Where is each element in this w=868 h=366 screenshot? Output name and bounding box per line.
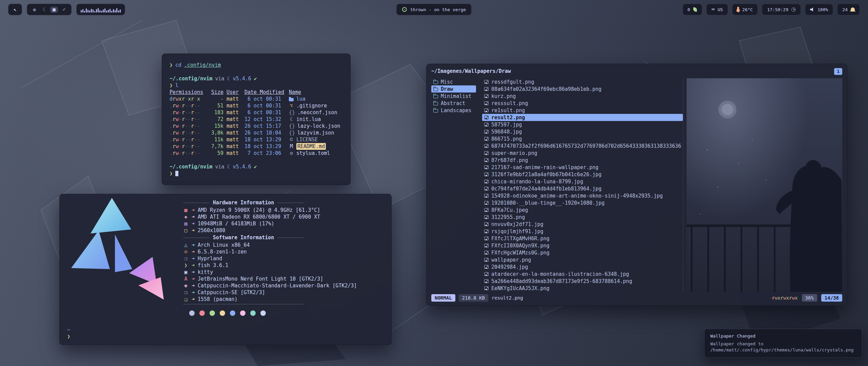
sidebar-folder[interactable]: Misc	[431, 78, 476, 85]
topbar-left-group: ↖ ◉ ☾ ▣ ✐	[8, 4, 125, 15]
file-name: init.lua	[296, 116, 321, 123]
software-icon: ❯	[183, 262, 189, 268]
prompt-icon: ❯	[170, 170, 173, 177]
file-row[interactable]: 20492984.jpg	[482, 263, 683, 270]
volume-module[interactable]: 100%	[805, 4, 833, 15]
graph-bar	[93, 9, 94, 13]
fetch-info-value: 1558 (pacman)	[198, 296, 237, 302]
prompt-icon: ❯	[67, 333, 70, 340]
file-size: 51	[208, 102, 223, 109]
workspace-button[interactable]: ▣	[50, 6, 58, 13]
clock-module[interactable]: 17:50:29	[762, 4, 801, 15]
workspace-button[interactable]: ☾	[40, 6, 48, 13]
image-file-icon	[484, 237, 489, 240]
arrow-icon: ➜	[192, 256, 195, 262]
file-row[interactable]: 866715.png	[482, 135, 683, 142]
palette-dot	[210, 310, 215, 316]
file-row[interactable]: re1sult.png	[482, 107, 683, 114]
file-size: 72	[208, 116, 223, 123]
file-name: 08a634fa02a32364f69ebc86a98eb1eb.png	[491, 86, 601, 92]
file-row[interactable]: 587597.jpg	[482, 121, 683, 128]
file-row[interactable]: 217167-sad-anime-rain-wallpaper.png	[482, 164, 683, 171]
file-row[interactable]: 596848.jpg	[482, 128, 683, 135]
fetch-info-value: AMD ATI Radeon RX 6800/6800 XT / 6900 XT	[198, 214, 320, 220]
ls-header-user: User	[226, 89, 241, 96]
file-row[interactable]: EeNKYgIUcAAJ5JX.png	[482, 285, 683, 292]
file-row[interactable]: FXfcJlTXgAMvH6R.png	[482, 235, 683, 242]
file-type-icon: ⚙	[289, 150, 294, 157]
file-row[interactable]: result2.png	[482, 114, 683, 121]
file-date: 26 oct 15:17	[244, 123, 286, 129]
image-file-icon	[484, 208, 489, 212]
file-row[interactable]: resssult.png	[482, 100, 683, 107]
keyboard-icon: ⌨	[711, 7, 714, 12]
volume-level: 100%	[817, 7, 828, 12]
temperature-module[interactable]: 26°C	[732, 4, 758, 15]
topbar-right-group: 0 ⌨ US 26°C 17:50:29 100% 24	[683, 4, 860, 15]
file-row[interactable]: nnvuv0xj2df71.jpg	[482, 221, 683, 228]
file-row[interactable]: kurz.png	[482, 93, 683, 100]
music-player-module[interactable]: thrown - on the verge	[396, 4, 472, 15]
file-row[interactable]: 3122955.png	[482, 214, 683, 221]
graph-bar	[82, 9, 83, 13]
file-name: README.md	[296, 143, 326, 150]
file-row[interactable]: 5a266e448add93deab367d87173e9f25-6837886…	[482, 278, 683, 285]
fetch-info-value: JetBrainsMono Nerd Font Light 10 [GTK2/3…	[198, 276, 323, 282]
file-row[interactable]: 0c794faf07de24a4db4d4fb1eb813964.jpg	[482, 185, 683, 192]
image-file-icon	[484, 172, 489, 176]
file-row[interactable]: 154928-odinokoe_anime-art-anime-okno-sin…	[482, 192, 683, 199]
file-row[interactable]: 19201080-__blue-tinge__-1920×1080.jpg	[482, 199, 683, 206]
software-icon: ✇	[183, 249, 189, 255]
sidebar-folder[interactable]: Abstract	[431, 100, 476, 107]
file-permissions: .rw-r--r--	[170, 116, 205, 123]
file-list: ressdfgult.png 08a634fa02a32364f69ebc86a…	[482, 78, 683, 292]
file-row[interactable]: 3126f7e9bbf21a8a4af0b67b041c6e26.jpg	[482, 171, 683, 178]
sidebar-folder[interactable]: Landscapes	[431, 107, 476, 114]
tab-badge[interactable]: 1	[834, 68, 842, 75]
topbar: ↖ ◉ ☾ ▣ ✐ thrown - on the verge 0	[8, 3, 860, 16]
prompt-path-line: ~/.config/nvim via ☾ v5.4.6 ✔	[170, 163, 343, 170]
workspace-button[interactable]: ✐	[60, 6, 68, 13]
keyboard-layout-module[interactable]: ⌨ US	[706, 4, 728, 15]
file-row[interactable]: FXfcHgcWIAMzs0G.png	[482, 249, 683, 256]
file-row[interactable]: 8FKa7Cu.jpeg	[482, 206, 683, 214]
terminal-line: ❯	[170, 170, 343, 177]
notification-popup[interactable]: Wallpaper Changed Wallpaper changed to /…	[704, 329, 862, 358]
image-file-icon	[484, 123, 489, 126]
sidebar-folder[interactable]: Draw	[431, 85, 476, 93]
fetch-info-row: ❒ ➜ Catppuccin-SE [GTK2/3]	[183, 289, 383, 296]
ls-header-row: Permissions Size User Date Modified Name	[170, 89, 343, 96]
sidebar-folder[interactable]: Minimalist	[431, 93, 476, 100]
arrow-icon: ➜	[192, 227, 195, 233]
fetch-prompt: ~ ❯	[67, 326, 70, 340]
launcher-button[interactable]: ↖	[8, 4, 22, 15]
graph-bar	[84, 11, 85, 13]
file-row[interactable]: atardecer-en-la-montanas-ilustracion-634…	[482, 270, 683, 278]
terminal-window[interactable]: ❯ cd .config/nvim ~/.config/nvim via ☾ v…	[162, 54, 351, 185]
image-file-icon	[484, 101, 489, 105]
file-size: 15k	[208, 123, 223, 129]
notifications-module[interactable]: 24	[837, 4, 860, 15]
file-row[interactable]: rsjqojlmjhf91.jpg	[482, 228, 683, 235]
cpu-graph-module[interactable]	[76, 4, 125, 15]
file-row[interactable]: ressdfgult.png	[482, 78, 683, 85]
file-type-icon: ©	[289, 136, 294, 143]
file-row[interactable]: super-mario.png	[482, 149, 683, 157]
prompt-icon: ❯	[170, 82, 173, 89]
file-name: FXfcHgcWIAMzs0G.png	[491, 250, 550, 256]
fetch-info-value: 6.5.8-zen1-1-zen	[198, 249, 247, 255]
file-row[interactable]: 87r687df.png	[482, 157, 683, 164]
file-manager-window[interactable]: ~/Imagenes/Wallpapers/Draw 1 Misc Draw M…	[426, 64, 847, 306]
file-row[interactable]: chica-mirando-la-luna-8799.jpg	[482, 178, 683, 185]
check-icon: ✔	[254, 163, 257, 170]
updates-module[interactable]: 0	[683, 4, 703, 15]
fetch-window[interactable]: Hardware Information ▦ ➜ AMD Ryzen 9 590…	[59, 194, 392, 345]
blank-line	[170, 157, 343, 163]
file-name: .neoconf.json	[297, 109, 337, 116]
file-row[interactable]: 08a634fa02a32364f69ebc86a98eb1eb.png	[482, 85, 683, 93]
file-row[interactable]: FXfcII0X0AQyn9X.png	[482, 242, 683, 249]
file-row[interactable]: wallpaper.png	[482, 256, 683, 263]
file-row[interactable]: 68747470733a2f2f696d616765732d7769786d70…	[482, 142, 683, 149]
workspace-button[interactable]: ◉	[31, 6, 38, 13]
status-bar: NORMAL 218.8 KB result2.png -rwxrwxrwx 3…	[431, 294, 842, 302]
